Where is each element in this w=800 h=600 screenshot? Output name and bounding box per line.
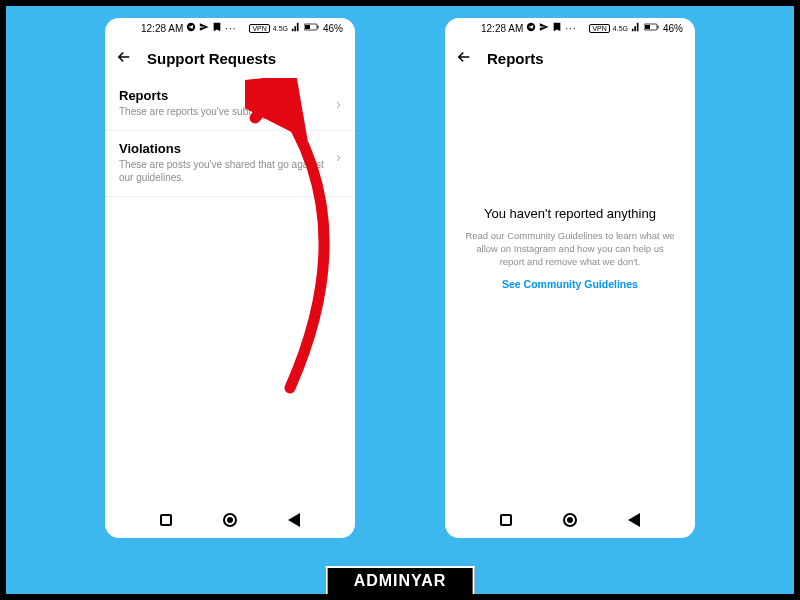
back-arrow-icon[interactable]: [115, 48, 133, 69]
svg-rect-6: [645, 25, 650, 29]
svg-rect-2: [305, 25, 310, 29]
list-item-reports[interactable]: Reports These are reports you've submitt…: [105, 78, 355, 131]
nav-home-icon[interactable]: [563, 513, 577, 527]
header-row: Support Requests: [105, 38, 355, 78]
status-time: 12:28 AM: [481, 23, 523, 34]
phone-left: 12:28 AM ··· VPN 4.5G: [105, 18, 355, 538]
status-time: 12:28 AM: [141, 23, 183, 34]
nav-recent-icon[interactable]: [500, 514, 512, 526]
nav-back-icon[interactable]: [288, 513, 300, 527]
battery-icon: [304, 22, 320, 34]
community-guidelines-link[interactable]: See Community Guidelines: [502, 278, 638, 290]
network-label: 4.5G: [273, 25, 288, 32]
battery-percent: 46%: [323, 23, 343, 34]
chevron-right-icon: ›: [336, 141, 341, 165]
signal-icon: [631, 22, 641, 34]
header-row: Reports: [445, 38, 695, 78]
list-item-title: Reports: [119, 88, 336, 103]
list-item-violations[interactable]: Violations These are posts you've shared…: [105, 131, 355, 197]
vpn-indicator: VPN: [249, 24, 269, 33]
page-title: Reports: [487, 50, 544, 67]
empty-state: You haven't reported anything Read our C…: [445, 78, 695, 538]
svg-rect-7: [657, 26, 658, 29]
nav-home-icon[interactable]: [223, 513, 237, 527]
empty-state-desc: Read our Community Guidelines to learn w…: [463, 229, 677, 269]
list-item-title: Violations: [119, 141, 336, 156]
chevron-right-icon: ›: [336, 88, 341, 112]
list-item-desc: These are reports you've submitted.: [119, 105, 336, 118]
battery-percent: 46%: [663, 23, 683, 34]
tag-icon: [212, 22, 222, 34]
phone-right: 12:28 AM ··· VPN 4.5G: [445, 18, 695, 538]
back-arrow-icon[interactable]: [455, 48, 473, 69]
telegram-icon: [186, 22, 196, 34]
more-dots-icon: ···: [565, 23, 576, 34]
footer-watermark: ADMINYAR: [326, 566, 475, 594]
signal-icon: [291, 22, 301, 34]
list-item-desc: These are posts you've shared that go ag…: [119, 158, 336, 184]
send-icon: [539, 22, 549, 34]
nav-recent-icon[interactable]: [160, 514, 172, 526]
phones-row: 12:28 AM ··· VPN 4.5G: [6, 6, 794, 538]
android-nav-bar: [105, 502, 355, 538]
android-nav-bar: [445, 502, 695, 538]
empty-state-title: You haven't reported anything: [484, 206, 656, 221]
battery-icon: [644, 22, 660, 34]
telegram-icon: [526, 22, 536, 34]
vpn-indicator: VPN: [589, 24, 609, 33]
page-title: Support Requests: [147, 50, 276, 67]
tag-icon: [552, 22, 562, 34]
network-label: 4.5G: [613, 25, 628, 32]
nav-back-icon[interactable]: [628, 513, 640, 527]
outer-frame: 12:28 AM ··· VPN 4.5G: [6, 6, 794, 594]
more-dots-icon: ···: [225, 23, 236, 34]
send-icon: [199, 22, 209, 34]
status-bar: 12:28 AM ··· VPN 4.5G: [105, 18, 355, 38]
svg-rect-3: [317, 26, 318, 29]
status-bar: 12:28 AM ··· VPN 4.5G: [445, 18, 695, 38]
